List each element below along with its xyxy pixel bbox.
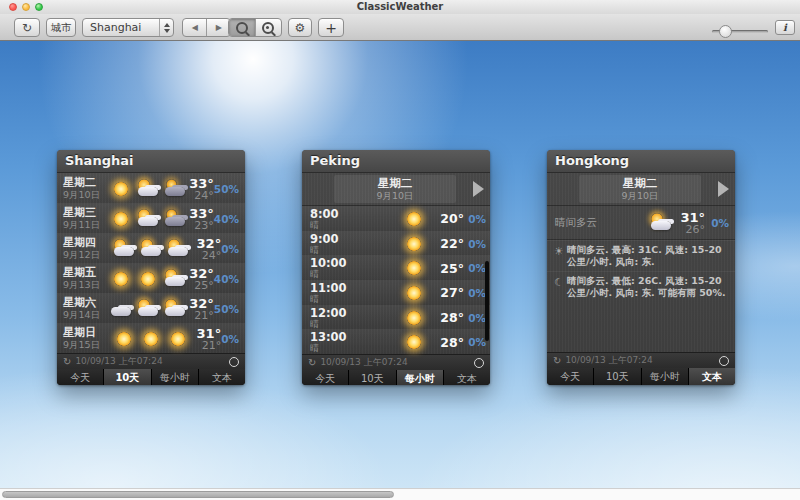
hour-row[interactable]: 10:00 晴 25° 0% — [302, 255, 490, 280]
refresh-button[interactable]: ↻ — [14, 18, 40, 37]
panel-footer: ↻ 10/09/13 上午07:24 — [547, 352, 735, 368]
hour-row[interactable]: 9:00 晴 22° 0% — [302, 231, 490, 256]
day-selector: 星期二 9月10日 — [547, 173, 735, 206]
refresh-icon[interactable]: ↻ — [63, 357, 71, 367]
day-label: 星期四 — [63, 237, 109, 249]
horizontal-scrollbar-thumb[interactable] — [2, 491, 394, 498]
day-label: 星期五 — [63, 267, 106, 279]
window-title: ClassicWeather — [0, 1, 800, 12]
city-button[interactable]: 城市 — [46, 18, 76, 37]
size-slider[interactable] — [712, 30, 768, 33]
tab-10day[interactable]: 10天 — [348, 370, 395, 385]
precip-chance: 0% — [221, 243, 241, 255]
info-button[interactable]: i — [775, 20, 795, 35]
condition-label: 晴 — [310, 294, 366, 304]
info-icon: i — [783, 22, 787, 33]
panel-body: 星期二 9月10日 8:00 晴 20° 0% — [302, 173, 490, 354]
precip-chance: 0% — [464, 287, 486, 299]
add-city-button[interactable]: + — [318, 18, 344, 37]
hour-label: 12:00 — [310, 307, 366, 319]
day-forecast-text: 晴间多云. 最高: 31C. 风速: 15-20 公里/小时. 风向: 东. — [567, 244, 729, 268]
city-select[interactable]: Shanghai — [82, 18, 174, 37]
forward-button[interactable]: ▶ — [206, 19, 230, 36]
forecast-row[interactable]: 星期五 9月13日 32° 25° 40% — [57, 263, 245, 293]
forecast-row[interactable]: 星期六 9月14日 32° 21° 50% — [57, 293, 245, 323]
next-day-arrow-icon[interactable] — [718, 181, 729, 197]
low-temp: 24° — [194, 250, 221, 261]
panel-scrollbar[interactable] — [485, 261, 489, 341]
tab-hourly[interactable]: 每小时 — [396, 370, 443, 385]
sky-background: Shanghai 星期二 9月10日 33° 24° — [0, 41, 800, 488]
zoom-in-button[interactable] — [255, 19, 281, 36]
hour-row[interactable]: 12:00 晴 28° 0% — [302, 305, 490, 330]
weather-icon — [111, 328, 138, 350]
tab-text[interactable]: 文本 — [198, 369, 245, 385]
precip-chance: 40% — [214, 213, 241, 225]
refresh-icon[interactable]: ↻ — [553, 356, 561, 366]
weather-icon — [162, 178, 189, 200]
next-day-arrow-icon[interactable] — [473, 181, 484, 197]
panel-tab-bar: 今天 10天 每小时 文本 — [57, 369, 245, 385]
day-selector-button[interactable]: 星期二 9月10日 — [334, 175, 456, 203]
day-label: 星期六 — [63, 297, 106, 309]
weather-icon — [162, 208, 189, 230]
hour-label: 11:00 — [310, 282, 366, 294]
night-forecast-text-row: ☾ 晴间多云. 最低: 26C. 风速: 15-20 公里/小时. 风向: 东.… — [547, 271, 735, 302]
hour-row[interactable]: 8:00 晴 20° 0% — [302, 206, 490, 231]
locate-icon[interactable] — [229, 357, 239, 367]
locate-icon[interactable] — [474, 358, 484, 368]
tab-hourly[interactable]: 每小时 — [641, 368, 688, 385]
date-label: 9月10日 — [63, 189, 106, 200]
weather-icon — [401, 208, 428, 230]
tab-today[interactable]: 今天 — [302, 370, 348, 385]
weather-icon — [401, 233, 428, 255]
last-updated: 10/09/13 上午07:24 — [565, 354, 719, 367]
tab-10day[interactable]: 10天 — [593, 368, 640, 385]
condition-label: 晴间多云 — [555, 216, 613, 230]
horizontal-scrollbar[interactable] — [0, 488, 800, 500]
forecast-row[interactable]: 星期日 9月15日 31° 21° 0% — [57, 323, 245, 353]
weather-icon — [162, 268, 189, 290]
weather-icon — [135, 298, 162, 320]
city-select-value: Shanghai — [90, 21, 141, 34]
forecast-row[interactable]: 星期二 9月10日 33° 24° 50% — [57, 173, 245, 203]
settings-button[interactable]: ⚙ — [288, 18, 312, 37]
night-forecast-text: 晴间多云. 最低: 26C. 风速: 15-20 公里/小时. 风向: 东. 可… — [567, 275, 729, 299]
magnifier-icon — [236, 22, 248, 34]
low-temp: 25° — [189, 280, 214, 291]
toolbar: ↻ 城市 Shanghai ◀ ▶ ⚙ + i — [0, 14, 800, 41]
date-label: 9月13日 — [63, 279, 106, 290]
hour-row[interactable]: 13:00 晴 28° 0% — [302, 329, 490, 354]
panel-body: 星期二 9月10日 晴间多云 31° 26° 0% ☀ 晴间多云. 最高: 31… — [547, 173, 735, 352]
last-updated: 10/09/13 上午07:24 — [75, 355, 229, 368]
panel-footer: ↻ 10/09/13 上午07:24 — [57, 353, 245, 369]
hour-row[interactable]: 11:00 晴 27° 0% — [302, 280, 490, 305]
magnifier-plus-icon — [262, 22, 274, 34]
refresh-icon[interactable]: ↻ — [308, 358, 316, 368]
locate-icon[interactable] — [719, 356, 729, 366]
forecast-row[interactable]: 星期三 9月11日 33° 23° 40% — [57, 203, 245, 233]
hour-temp: 22° — [428, 236, 464, 251]
forecast-row[interactable]: 星期四 9月12日 32° 24° 0% — [57, 233, 245, 263]
panel-body: 星期二 9月10日 33° 24° 50% — [57, 173, 245, 353]
weather-icon — [135, 178, 162, 200]
panel-city-title: Hongkong — [547, 150, 735, 173]
tab-today[interactable]: 今天 — [57, 369, 103, 385]
slider-knob[interactable] — [719, 25, 732, 38]
panel-city-title: Shanghai — [57, 150, 245, 173]
high-temp: 33° — [189, 207, 214, 220]
back-button[interactable]: ◀ — [183, 19, 206, 36]
tab-text[interactable]: 文本 — [688, 368, 735, 385]
zoom-out-button[interactable] — [229, 19, 255, 36]
precip-chance: 0% — [464, 238, 486, 250]
tab-hourly[interactable]: 每小时 — [151, 369, 198, 385]
weather-icon — [648, 212, 675, 234]
date-label: 9月15日 — [63, 339, 109, 350]
tab-10day[interactable]: 10天 — [103, 369, 150, 385]
day-selector-button[interactable]: 星期二 9月10日 — [579, 175, 701, 203]
hour-label: 9:00 — [310, 233, 366, 245]
weather-icon — [108, 268, 135, 290]
weather-icon — [138, 238, 165, 260]
tab-today[interactable]: 今天 — [547, 368, 593, 385]
tab-text[interactable]: 文本 — [443, 370, 490, 385]
